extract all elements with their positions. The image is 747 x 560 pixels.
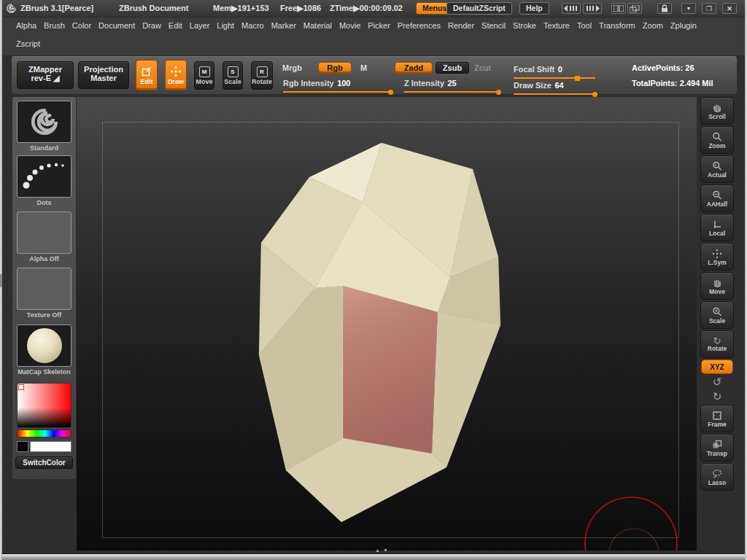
right-tool-panel: Scroll Zoom Actual AAHalf Local L.Sym Mo… [700,97,735,491]
z-intensity-slider[interactable]: Z Intensity 25 [404,76,500,93]
minimize-button[interactable]: ▼ [681,3,696,14]
lock-icon[interactable] [657,3,672,14]
help-button[interactable]: Help [519,2,549,15]
curved-arrow-left-icon[interactable]: ↺ [713,376,722,389]
m-toggle[interactable]: M [360,63,367,72]
menu-item[interactable]: Document [98,21,135,30]
menu-item[interactable]: Material [303,21,332,30]
z-intensity-handle[interactable] [496,90,501,95]
transp-button[interactable]: Transp [700,434,734,462]
transp-label: Transp [707,451,727,457]
zmapper-button[interactable]: ZMapper rev-E ◢ [17,61,74,89]
menu-item[interactable]: Zoom [643,21,663,30]
dock-slider-right-icon[interactable] [583,3,602,14]
menu-item[interactable]: Brush [44,21,65,30]
scroll-button[interactable]: Scroll [700,97,734,125]
current-stroke-button[interactable] [17,155,71,198]
rgb-intensity-track[interactable] [283,91,391,93]
tile-windows-icon[interactable] [611,3,626,14]
zoom-button[interactable]: Zoom [700,126,734,154]
switch-color-button[interactable]: SwitchColor [15,456,73,469]
canvas-divider-handle[interactable]: ▲ ▼ [375,548,389,553]
rotate-canvas-button[interactable]: ↻ Rotate [700,330,734,358]
menu-item[interactable]: Layer [190,21,210,30]
scale-canvas-button[interactable]: Scale [700,301,734,329]
left-tool-panel: Standard Dots Alpha Off Texture Off MatC… [12,96,77,480]
menu-item[interactable]: Picker [368,21,390,30]
menu-item[interactable]: Texture [543,21,570,30]
hue-bar[interactable] [17,429,71,438]
transparency-icon [711,439,723,451]
focal-shift-slider[interactable]: Focal Shift 0 [514,62,597,79]
projection-master-button[interactable]: Projection Master [78,61,129,89]
edit-mode-button[interactable]: Edit [136,60,158,90]
z-intensity-value: 25 [447,79,456,88]
menu-item[interactable]: Stroke [513,21,536,30]
menu-item[interactable]: Zplugin [670,21,697,30]
document-title: ZBrush Document [119,4,188,12]
frame-icon [711,410,723,421]
menu-item[interactable]: Transform [599,21,635,30]
zsub-toggle[interactable]: Zsub [436,62,469,74]
scale-mode-button[interactable]: S Scale [222,61,243,90]
rotate-mode-button[interactable]: R Rotate [251,61,273,90]
rgb-toggle[interactable]: Rgb [318,62,352,74]
frame-button[interactable]: Frame [700,405,734,432]
actual-size-button[interactable]: Actual [700,155,734,183]
color-picker-area[interactable] [17,383,71,428]
current-alpha-button[interactable] [17,211,71,254]
z-intensity-track[interactable] [404,91,499,93]
current-texture-button[interactable] [17,268,71,310]
menu-item[interactable]: Tool [577,21,592,30]
menu-item[interactable]: Movie [339,21,360,30]
menu-item[interactable]: Color [72,21,91,30]
rgb-intensity-slider[interactable]: Rgb Intensity 100 [283,76,392,93]
cascade-windows-icon[interactable] [627,3,642,14]
document-canvas[interactable] [77,97,697,551]
z-intensity-label: Z Intensity [404,79,444,88]
aahalf-button[interactable]: AAHalf [700,184,734,212]
color-picker-cursor[interactable] [18,384,24,390]
lsym-button[interactable]: L.Sym [700,243,734,271]
draw-size-handle[interactable] [592,92,597,97]
zadd-toggle[interactable]: Zadd [395,62,433,74]
menu-item[interactable]: Preferences [398,21,441,30]
menu-item[interactable]: Light [217,21,234,30]
total-points-stat: TotalPoints: 2.494 Mil [632,79,713,88]
menu-item[interactable]: Render [448,21,474,30]
zbrush-app-window: ZBrush 3.1[Pearce] ZBrush Document Mem▶1… [0,0,747,560]
menu-item[interactable]: Draw [142,21,161,30]
mrgb-toggle[interactable]: Mrgb [282,63,302,72]
zmapper-label-1: ZMapper [18,65,73,74]
current-brush-button[interactable] [17,101,71,143]
draw-mode-button[interactable]: Draw [165,60,187,90]
menu-item[interactable]: Alpha [16,21,36,30]
curved-arrow-right-icon[interactable]: ↻ [713,390,722,403]
primary-color-swatch[interactable] [30,441,71,452]
current-material-button[interactable] [17,324,71,367]
rgb-intensity-value: 100 [337,79,350,88]
rgb-intensity-handle[interactable] [388,90,393,95]
secondary-color-swatch[interactable] [17,441,28,452]
dock-slider-left-icon[interactable] [562,3,581,14]
menu-item[interactable]: Macro [241,21,264,30]
close-button[interactable]: ✕ [722,3,737,14]
menu-item[interactable]: Stencil [481,21,506,30]
aahalf-label: AAHalf [707,201,727,208]
restore-button[interactable]: ❐ [702,3,716,14]
divider-up-icon: ▲ [375,548,381,553]
draw-size-slider[interactable]: Draw Size 64 [514,78,597,95]
menu-item-zscript[interactable]: Zscript [16,39,40,48]
xyz-rotation-button[interactable]: XYZ [701,359,733,374]
left-tray-handle[interactable] [0,274,2,287]
zcut-toggle[interactable]: Zcut [474,63,491,72]
menu-item[interactable]: Edit [169,21,182,30]
draw-size-track[interactable] [514,93,595,95]
menu-item[interactable]: Marker [271,21,296,30]
lasso-button[interactable]: Lasso [700,463,734,491]
ztime-stat: ZTime▶00:00:09.02 [330,4,403,13]
move-canvas-button[interactable]: Move [700,272,734,300]
default-zscript-button[interactable]: DefaultZScript [446,2,512,15]
move-mode-button[interactable]: M Move [194,61,214,90]
local-button[interactable]: Local [700,214,734,241]
